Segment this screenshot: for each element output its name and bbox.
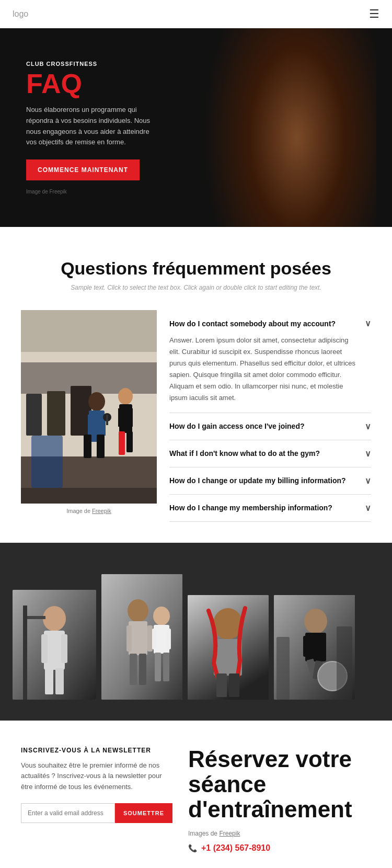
faq-body: Image de Freepik How do I contact somebo… xyxy=(21,310,371,522)
cta-phone[interactable]: 📞 +1 (234) 567-8910 xyxy=(188,843,371,853)
chevron-down-icon: ∨ xyxy=(365,503,371,513)
faq-question-text-4: How do I change or update my billing inf… xyxy=(169,476,346,485)
faq-question-text-5: How do I change my membership informatio… xyxy=(169,504,332,512)
svg-rect-16 xyxy=(129,408,133,427)
svg-rect-31 xyxy=(27,616,45,619)
newsletter-column: INSCRIVEZ-VOUS À LA NEWSLETTER Vous souh… xyxy=(21,747,188,823)
svg-rect-28 xyxy=(45,668,53,694)
gallery-image-1 xyxy=(13,590,96,700)
faq-question-text-2: How do I gain access once I've joined? xyxy=(169,422,305,430)
faq-section: Questions fréquemment posées Sample text… xyxy=(0,227,392,543)
faq-item: What if I don't know what to do at the g… xyxy=(169,440,371,467)
faq-question-text-1: How do I contact somebody about my accou… xyxy=(169,319,336,328)
svg-rect-17 xyxy=(119,431,125,455)
svg-rect-21 xyxy=(21,488,157,504)
svg-point-34 xyxy=(128,599,148,622)
svg-rect-36 xyxy=(126,625,132,652)
faq-question-3[interactable]: What if I don't know what to do at the g… xyxy=(169,449,371,459)
svg-rect-5 xyxy=(47,391,65,436)
svg-rect-61 xyxy=(337,626,352,700)
svg-rect-1 xyxy=(21,310,157,352)
svg-rect-38 xyxy=(130,654,137,685)
svg-rect-29 xyxy=(55,668,64,694)
svg-rect-42 xyxy=(152,629,156,649)
faq-item: How do I contact somebody about my accou… xyxy=(169,310,371,413)
gallery-section xyxy=(0,543,392,721)
chevron-down-icon: ∨ xyxy=(365,421,371,431)
cta-freepik-link[interactable]: Freepik xyxy=(219,830,240,837)
bottom-section: INSCRIVEZ-VOUS À LA NEWSLETTER Vous souh… xyxy=(0,721,392,868)
newsletter-title: INSCRIVEZ-VOUS À LA NEWSLETTER xyxy=(21,747,172,754)
chevron-down-icon: ∨ xyxy=(365,449,371,459)
cta-image-credit: Images de Freepik xyxy=(188,830,371,837)
svg-rect-54 xyxy=(303,636,308,657)
gallery-image-2 xyxy=(101,574,182,700)
faq-image-box: Image de Freepik xyxy=(21,310,157,522)
newsletter-email-input[interactable] xyxy=(21,803,115,823)
svg-rect-37 xyxy=(147,625,153,652)
faq-list: How do I contact somebody about my accou… xyxy=(169,310,371,522)
faq-title: Questions fréquemment posées xyxy=(21,258,371,279)
faq-question-4[interactable]: How do I change or update my billing inf… xyxy=(169,476,371,486)
faq-question-text-3: What if I don't know what to do at the g… xyxy=(169,449,320,458)
faq-subtitle: Sample text. Click to select the text bo… xyxy=(21,284,371,291)
hero-content: CLUB CROSSFITNESS FAQ Nous élaborerons u… xyxy=(0,40,178,215)
faq-question-2[interactable]: How do I gain access once I've joined? ∨ xyxy=(169,421,371,431)
svg-rect-15 xyxy=(118,408,122,427)
gallery-image-3 xyxy=(188,595,269,700)
faq-question-1[interactable]: How do I contact somebody about my accou… xyxy=(169,318,371,328)
faq-image-credit: Image de Freepik xyxy=(21,508,157,514)
svg-point-52 xyxy=(304,609,327,634)
svg-rect-44 xyxy=(155,653,161,681)
hero-title: FAQ xyxy=(26,70,152,97)
svg-rect-43 xyxy=(167,629,171,649)
header: logo ☰ xyxy=(0,0,392,28)
cta-column: Réservez votre séance d'entraînement Ima… xyxy=(188,747,371,853)
logo: logo xyxy=(13,9,28,19)
hero-section: CLUB CROSSFITNESS FAQ Nous élaborerons u… xyxy=(0,28,392,227)
faq-item: How do I change my membership informatio… xyxy=(169,495,371,522)
newsletter-form: SOUMETTRE xyxy=(21,803,172,823)
svg-rect-9 xyxy=(88,415,92,436)
svg-rect-12 xyxy=(97,435,105,458)
gallery-image-4 xyxy=(274,595,355,700)
svg-rect-39 xyxy=(139,654,146,685)
chevron-down-icon: ∨ xyxy=(365,476,371,486)
phone-icon: 📞 xyxy=(188,844,197,852)
hero-image-credit: Image de Freepik xyxy=(26,189,152,195)
svg-point-24 xyxy=(43,606,66,631)
freepik-link[interactable]: Freepik xyxy=(92,508,111,514)
svg-point-7 xyxy=(88,392,105,411)
svg-rect-11 xyxy=(84,435,91,458)
newsletter-submit-button[interactable]: SOUMETTRE xyxy=(115,803,172,823)
hero-overlay xyxy=(172,28,392,227)
faq-gym-image xyxy=(21,310,157,504)
faq-question-5[interactable]: How do I change my membership informatio… xyxy=(169,503,371,513)
svg-rect-60 xyxy=(276,637,290,700)
hero-subtitle: CLUB CROSSFITNESS xyxy=(26,61,152,67)
faq-answer-1: Answer. Lorem ipsum dolor sit amet, cons… xyxy=(169,335,371,404)
hero-description: Nous élaborerons un programme qui répond… xyxy=(26,105,152,148)
newsletter-description: Vous souhaitez être le premier informé d… xyxy=(21,760,172,793)
faq-item: How do I gain access once I've joined? ∨ xyxy=(169,413,371,440)
chevron-down-icon: ∨ xyxy=(365,318,371,328)
cta-phone-number: +1 (234) 567-8910 xyxy=(201,843,270,853)
svg-rect-18 xyxy=(126,431,133,452)
svg-rect-30 xyxy=(23,606,27,700)
svg-point-13 xyxy=(118,388,133,405)
svg-rect-55 xyxy=(320,636,326,657)
svg-point-40 xyxy=(153,607,170,625)
svg-rect-49 xyxy=(216,673,227,697)
svg-rect-27 xyxy=(61,634,67,663)
svg-rect-50 xyxy=(229,673,239,697)
svg-rect-45 xyxy=(163,653,169,681)
svg-rect-26 xyxy=(41,634,48,663)
cta-title: Réservez votre séance d'entraînement xyxy=(188,747,371,823)
hero-cta-button[interactable]: COMMENCE MAINTENANT xyxy=(26,159,140,180)
faq-item: How do I change or update my billing inf… xyxy=(169,467,371,495)
svg-rect-4 xyxy=(26,394,42,436)
menu-icon[interactable]: ☰ xyxy=(369,7,379,21)
svg-rect-20 xyxy=(106,415,108,425)
